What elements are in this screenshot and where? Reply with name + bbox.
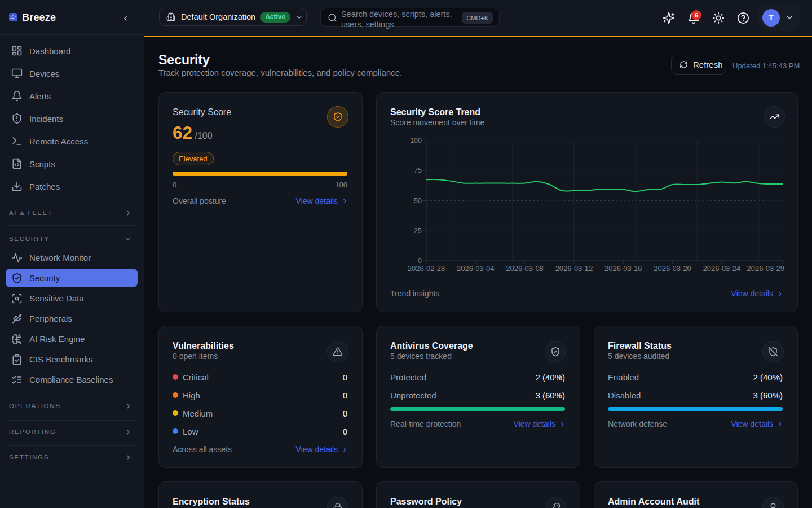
svg-text:25: 25 [414,227,422,235]
svg-text:2026-03-29: 2026-03-29 [747,264,785,273]
svg-text:100: 100 [410,137,422,144]
svg-text:2026-03-20: 2026-03-20 [654,264,691,273]
svg-text:2026-02-28: 2026-02-28 [408,264,445,273]
svg-text:50: 50 [414,197,422,205]
svg-text:75: 75 [414,167,422,174]
svg-text:2026-03-24: 2026-03-24 [703,264,741,273]
svg-text:2026-03-04: 2026-03-04 [457,264,495,273]
svg-text:0: 0 [418,257,422,265]
svg-text:2026-03-08: 2026-03-08 [506,264,544,273]
svg-text:2026-03-12: 2026-03-12 [555,264,593,273]
svg-text:2026-03-16: 2026-03-16 [604,264,642,273]
